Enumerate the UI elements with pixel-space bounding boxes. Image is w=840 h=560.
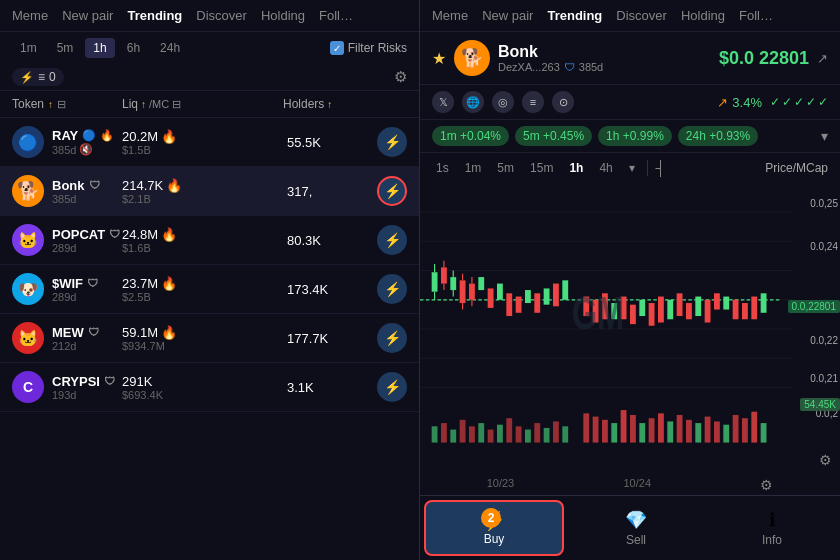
svg-rect-81 — [695, 423, 701, 442]
twitter-icon[interactable]: 𝕏 — [432, 91, 454, 113]
right-nav-meme[interactable]: Meme — [432, 8, 468, 23]
svg-rect-30 — [544, 288, 550, 304]
liq-sub-crypsi: $693.4K — [122, 389, 287, 401]
svg-rect-77 — [658, 413, 664, 442]
token-row-crypsi[interactable]: C CRYPSI 🛡 193d 291K $693.4K 3.1K ⚡ — [0, 363, 419, 412]
svg-rect-56 — [450, 430, 456, 443]
solana-icon[interactable]: ◎ — [492, 91, 514, 113]
svg-rect-70 — [593, 417, 599, 443]
token-row-mew[interactable]: 🐱 MEW 🛡 212d 59.1M 🔥 $934.7M 177.7K — [0, 314, 419, 363]
menu-icon[interactable]: ≡ — [522, 91, 544, 113]
holders-mew: 177.7K — [287, 331, 377, 346]
chart-settings-icon[interactable]: ⚙ — [819, 451, 832, 469]
buy-nav-item[interactable]: 2 ⚡ Buy — [424, 500, 564, 556]
nav-meme[interactable]: Meme — [12, 8, 48, 23]
nav-follow[interactable]: Foll… — [319, 8, 353, 23]
tf-4h[interactable]: 4h — [595, 159, 616, 177]
col-liq-header: Liq ↑ /MC ⊟ — [122, 97, 283, 111]
info-nav-item[interactable]: ℹ Info — [704, 496, 840, 560]
buy-btn-ray[interactable]: ⚡ — [377, 127, 407, 157]
tf-chevron[interactable]: ▾ — [625, 159, 639, 177]
date-labels: 10/23 10/24 ⚙ — [420, 475, 840, 495]
verified-icon-ray: 🔵 — [82, 129, 96, 142]
settings-icon[interactable]: ⚙ — [760, 477, 773, 493]
info-label: Info — [762, 533, 782, 547]
token-avatar-mew: 🐱 — [12, 322, 44, 354]
svg-rect-86 — [742, 418, 748, 442]
liq-sort-icon[interactable]: ↑ — [141, 99, 146, 110]
token-avatar-wif: 🐶 — [12, 273, 44, 305]
token-filter-icon[interactable]: ⊟ — [57, 98, 66, 111]
right-nav-trending[interactable]: Trending — [547, 8, 602, 23]
star-icon[interactable]: ★ — [432, 49, 446, 68]
gear-icon[interactable]: ⚙ — [394, 68, 407, 86]
holders-sort-icon[interactable]: ↑ — [327, 99, 332, 110]
svg-rect-78 — [667, 421, 673, 442]
time-5m[interactable]: 5m — [49, 38, 82, 58]
time-24h[interactable]: 24h — [152, 38, 188, 58]
filter-risks-checkbox[interactable]: ✓ — [330, 41, 344, 55]
svg-rect-74 — [630, 415, 636, 443]
liq-col-popcat: 24.8M 🔥 $1.6B — [122, 227, 287, 254]
svg-rect-58 — [469, 426, 475, 442]
filter-risks[interactable]: ✓ Filter Risks — [330, 41, 407, 55]
nav-discover[interactable]: Discover — [196, 8, 247, 23]
svg-rect-57 — [460, 420, 466, 443]
nav-holding[interactable]: Holding — [261, 8, 305, 23]
token-detail-name: Bonk — [498, 43, 711, 61]
token-row-popcat[interactable]: 🐱 POPCAT 🛡 289d 24.8M 🔥 $1.6B 80.3K — [0, 216, 419, 265]
liq-col-bonk: 214.7K 🔥 $2.1B — [122, 178, 287, 205]
candle-icon[interactable]: ┤ — [656, 160, 666, 176]
target-icon[interactable]: ⊙ — [552, 91, 574, 113]
time-1m[interactable]: 1m — [12, 38, 45, 58]
token-row-ray[interactable]: 🔵 RAY 🔵 🔥 385d 🔇 20.2M 🔥 $1.5B — [0, 118, 419, 167]
right-nav-discover[interactable]: Discover — [616, 8, 667, 23]
token-row-wif[interactable]: 🐶 $WIF 🛡 289d 23.7M 🔥 $2.5B 173.4K — [0, 265, 419, 314]
svg-rect-25 — [497, 284, 503, 300]
table-header: Token ↑ ⊟ Liq ↑ /MC ⊟ Holders ↑ — [0, 91, 419, 118]
tf-1s[interactable]: 1s — [432, 159, 453, 177]
nav-trending[interactable]: Trending — [127, 8, 182, 23]
svg-rect-23 — [478, 277, 484, 290]
sell-nav-item[interactable]: 💎 Sell — [568, 496, 704, 560]
time-6h[interactable]: 6h — [119, 38, 148, 58]
token-age-popcat: 289d — [52, 242, 122, 254]
volume-label: 54.45K — [800, 398, 840, 411]
token-sort-icon[interactable]: ↑ — [48, 99, 53, 110]
period-1m[interactable]: 1m +0.04% — [432, 126, 509, 146]
holders-label: Holders — [283, 97, 324, 111]
svg-rect-54 — [432, 426, 438, 442]
right-nav-new-pair[interactable]: New pair — [482, 8, 533, 23]
token-info-wif: $WIF 🛡 289d — [52, 276, 122, 303]
buy-btn-crypsi[interactable]: ⚡ — [377, 372, 407, 402]
period-24h[interactable]: 24h +0.93% — [678, 126, 758, 146]
period-5m[interactable]: 5m +0.45% — [515, 126, 592, 146]
time-1h[interactable]: 1h — [85, 38, 114, 58]
liq-sub-wif: $2.5B — [122, 291, 287, 303]
right-nav-follow[interactable]: Foll… — [739, 8, 773, 23]
buy-btn-wif[interactable]: ⚡ — [377, 274, 407, 304]
right-panel: Meme New pair Trending Discover Holding … — [420, 0, 840, 560]
token-row-bonk[interactable]: 🐕 Bonk 🛡 385d 214.7K 🔥 $2.1B 317, — [0, 167, 419, 216]
buy-btn-mew[interactable]: ⚡ — [377, 323, 407, 353]
website-icon[interactable]: 🌐 — [462, 91, 484, 113]
sell-icon: 💎 — [625, 509, 647, 531]
tf-5m[interactable]: 5m — [493, 159, 518, 177]
chevron-down-icon[interactable]: ▾ — [821, 128, 828, 144]
col-holders-header: Holders ↑ — [283, 97, 373, 111]
tf-1m[interactable]: 1m — [461, 159, 486, 177]
liq-filter-icon[interactable]: ⊟ — [172, 98, 181, 111]
svg-rect-80 — [686, 420, 692, 443]
lightning-crypsi: ⚡ — [384, 379, 401, 395]
nav-new-pair[interactable]: New pair — [62, 8, 113, 23]
external-link-icon[interactable]: ↗ — [817, 51, 828, 66]
period-1h[interactable]: 1h +0.99% — [598, 126, 672, 146]
lightning-ray: ⚡ — [384, 134, 401, 150]
right-nav-holding[interactable]: Holding — [681, 8, 725, 23]
fire-mew: 🔥 — [161, 325, 177, 340]
tf-15m[interactable]: 15m — [526, 159, 557, 177]
buy-btn-bonk[interactable]: ⚡ — [377, 176, 407, 206]
tf-1h[interactable]: 1h — [565, 159, 587, 177]
lightning-badge: ⚡ ≡ 0 — [12, 68, 64, 86]
buy-btn-popcat[interactable]: ⚡ — [377, 225, 407, 255]
